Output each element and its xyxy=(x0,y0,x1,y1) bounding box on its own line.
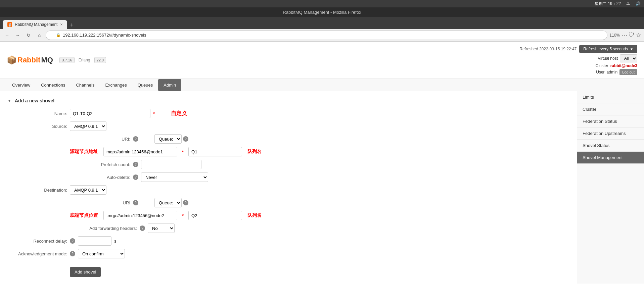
dest-queue-select-wrapper: Queue: ? xyxy=(154,198,188,207)
refresh-dropdown-button[interactable]: Refresh every 5 seconds ▼ xyxy=(579,45,637,53)
sidebar-item-cluster[interactable]: Cluster xyxy=(577,103,644,115)
address-bar[interactable]: 🔒 192.168.119.222:15672/#/dynamic-shovel… xyxy=(46,31,607,40)
network-icon: 🖧 xyxy=(626,1,630,6)
sidebar-item-federation-upstreams[interactable]: Federation Upstreams xyxy=(577,128,644,140)
sidebar-item-limits[interactable]: Limits xyxy=(577,91,644,103)
user-value: admin xyxy=(607,70,618,74)
tab-favicon: 🐰 xyxy=(7,22,12,27)
nav-item-queues[interactable]: Queues xyxy=(132,79,158,91)
browser-tab[interactable]: 🐰 RabbitMQ Management × xyxy=(3,20,67,29)
refresh-info: Refreshed 2022-03-15 19:22:47 xyxy=(519,47,577,51)
add-shovel-area: Add shovel xyxy=(70,262,570,277)
dest-protocol-select[interactable]: AMQP 0.9.1 xyxy=(70,185,106,195)
dest-uri-input-row: 底端节点位置 * 队列名 xyxy=(70,211,570,220)
reconnect-label: Reconnect delay: xyxy=(7,239,67,244)
add-shovel-button[interactable]: Add shovel xyxy=(70,267,101,277)
uri-required: * xyxy=(182,149,184,154)
erlang-label: Erlang xyxy=(79,58,90,62)
destination-row: Destination: AMQP 0.9.1 xyxy=(7,185,570,195)
forwarding-row: Add forwarding headers: ? No Yes xyxy=(70,224,570,233)
section-header[interactable]: ▼ Add a new shovel xyxy=(7,98,570,103)
cluster-label: Cluster xyxy=(596,63,608,68)
user-row: User admin Log out xyxy=(596,69,637,75)
dest-fields: URI ? Queue: ? 底端节点位置 * 队列名 xyxy=(70,198,570,233)
nav-item-exchanges[interactable]: Exchanges xyxy=(100,79,132,91)
vhost-select[interactable]: All xyxy=(620,54,637,62)
source-uri-input[interactable] xyxy=(103,147,177,156)
collapse-icon: ▼ xyxy=(7,98,12,103)
reconnect-input[interactable] xyxy=(78,236,111,246)
app-container: 📦 RabbitMQ. 3.7.16 Erlang 22.0 Refreshed… xyxy=(0,42,644,298)
reconnect-help-icon[interactable]: ? xyxy=(70,238,75,244)
prefetch-input[interactable] xyxy=(141,160,201,169)
logo-icon: 📦 xyxy=(7,55,17,65)
prefetch-label: Prefetch count: xyxy=(70,162,130,167)
dest-uri-label: URI xyxy=(70,200,130,205)
volume-icon: 🔊 xyxy=(636,1,641,6)
auto-delete-label: Auto-delete: xyxy=(70,175,130,180)
destination-label: Destination: xyxy=(7,188,67,193)
logo-area: 📦 RabbitMQ. 3.7.16 Erlang 22.0 xyxy=(7,55,106,65)
name-input[interactable] xyxy=(70,109,150,118)
auto-delete-help-icon[interactable]: ? xyxy=(133,175,138,180)
refresh-dropdown-label: Refresh every 5 seconds xyxy=(583,47,628,51)
header-right: Refreshed 2022-03-15 19:22:47 Refresh ev… xyxy=(519,45,637,75)
sidebar-item-shovel-status[interactable]: Shovel Status xyxy=(577,140,644,152)
source-label: Source: xyxy=(7,124,67,129)
forward-button[interactable]: → xyxy=(13,31,22,40)
dest-queue-input[interactable] xyxy=(188,211,242,220)
cluster-row: Cluster rabbit@node3 xyxy=(596,63,637,68)
zoom-level: 110% xyxy=(609,33,620,38)
browser-tabbar: 🐰 RabbitMQ Management × + xyxy=(0,17,644,29)
home-button[interactable]: ⌂ xyxy=(35,31,44,40)
main-layout: ▼ Add a new shovel Name: * 自定义 Source: A… xyxy=(0,91,644,284)
app-header: 📦 RabbitMQ. 3.7.16 Erlang 22.0 Refreshed… xyxy=(0,42,644,79)
auto-delete-select[interactable]: Never After initial length transferred A… xyxy=(141,172,208,182)
source-uri-label: URI: xyxy=(70,137,130,142)
ack-help-icon[interactable]: ? xyxy=(70,251,75,256)
source-fields: URI: ? Queue: ? 源端节点地址 * 队列名 xyxy=(70,134,570,182)
dest-uri-input[interactable] xyxy=(103,211,177,220)
section-title: Add a new shovel xyxy=(15,98,54,103)
dest-annotation: 底端节点位置 xyxy=(70,212,98,218)
dest-queue-type-select[interactable]: Queue: xyxy=(154,198,182,207)
forwarding-select[interactable]: No Yes xyxy=(148,224,175,233)
content-area: ▼ Add a new shovel Name: * 自定义 Source: A… xyxy=(0,91,577,284)
nav-item-overview[interactable]: Overview xyxy=(7,79,36,91)
dest-queue-help-icon[interactable]: ? xyxy=(183,200,188,205)
prefetch-help-icon[interactable]: ? xyxy=(133,162,138,167)
sidebar-item-federation-status[interactable]: Federation Status xyxy=(577,115,644,128)
nav-item-admin[interactable]: Admin xyxy=(158,79,181,91)
ack-select[interactable]: On confirm On publish No ack xyxy=(78,249,125,258)
name-label: Name: xyxy=(7,111,67,116)
source-queue-help-icon[interactable]: ? xyxy=(183,136,188,142)
source-queue-type-select[interactable]: Queue: xyxy=(154,134,182,144)
source-queue-input[interactable] xyxy=(188,147,242,156)
dest-uri-help-icon[interactable]: ? xyxy=(133,200,138,205)
source-uri-help-icon[interactable]: ? xyxy=(133,136,138,142)
nav-item-channels[interactable]: Channels xyxy=(71,79,100,91)
logo-rabbit: Rabbit xyxy=(17,56,40,64)
reconnect-row: Reconnect delay: ? s xyxy=(7,236,570,246)
refresh-dropdown-arrow: ▼ xyxy=(630,47,633,51)
nav-item-connections[interactable]: Connections xyxy=(36,79,71,91)
forwarding-help-icon[interactable]: ? xyxy=(140,226,145,231)
vhost-label: Virtual host xyxy=(598,56,618,61)
sidebar-item-shovel-management[interactable]: Shovel Management xyxy=(577,152,644,164)
prefetch-row: Prefetch count: ? xyxy=(70,160,570,169)
source-protocol-select[interactable]: AMQP 0.9.1 xyxy=(70,121,106,131)
new-tab-button[interactable]: + xyxy=(70,22,74,29)
bookmark-icon[interactable]: ☆ xyxy=(636,32,641,39)
tab-close-button[interactable]: × xyxy=(60,22,62,27)
source-uri-row: URI: ? Queue: ? xyxy=(70,134,570,144)
browser-title: RabbitMQ Management - Mozilla Firefox xyxy=(283,10,361,15)
logout-button[interactable]: Log out xyxy=(619,69,637,75)
dest-uri-required: * xyxy=(182,213,184,218)
source-uri-input-row: 源端节点地址 * 队列名 xyxy=(70,147,570,156)
tab-label: RabbitMQ Management xyxy=(15,22,57,27)
back-button[interactable]: ← xyxy=(3,31,11,40)
version-badge: 3.7.16 xyxy=(59,57,75,63)
reload-button[interactable]: ↻ xyxy=(24,31,33,40)
user-label: User xyxy=(596,70,604,74)
more-options-icon[interactable]: ⋯ xyxy=(621,32,627,39)
